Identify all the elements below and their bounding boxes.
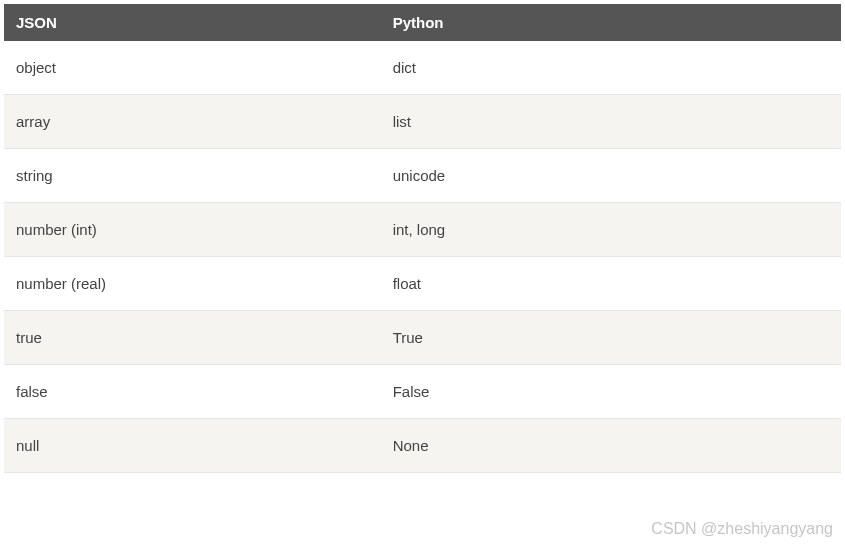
cell-json: true — [4, 311, 381, 365]
table-header: JSON Python — [4, 4, 841, 41]
watermark-text: CSDN @zheshiyangyang — [651, 520, 833, 538]
table-row: number (int) int, long — [4, 203, 841, 257]
cell-python: None — [381, 419, 841, 473]
cell-python: unicode — [381, 149, 841, 203]
cell-python: int, long — [381, 203, 841, 257]
cell-json: object — [4, 41, 381, 95]
type-mapping-table-container: JSON Python object dict array list strin… — [0, 0, 845, 477]
cell-python: False — [381, 365, 841, 419]
table-row: string unicode — [4, 149, 841, 203]
cell-json: number (int) — [4, 203, 381, 257]
cell-json: string — [4, 149, 381, 203]
table-row: false False — [4, 365, 841, 419]
header-python: Python — [381, 4, 841, 41]
cell-python: True — [381, 311, 841, 365]
cell-python: dict — [381, 41, 841, 95]
table-header-row: JSON Python — [4, 4, 841, 41]
type-mapping-table: JSON Python object dict array list strin… — [4, 4, 841, 473]
cell-json: array — [4, 95, 381, 149]
header-json: JSON — [4, 4, 381, 41]
table-row: null None — [4, 419, 841, 473]
cell-python: float — [381, 257, 841, 311]
cell-json: false — [4, 365, 381, 419]
table-row: object dict — [4, 41, 841, 95]
table-row: array list — [4, 95, 841, 149]
table-row: number (real) float — [4, 257, 841, 311]
table-row: true True — [4, 311, 841, 365]
table-body: object dict array list string unicode nu… — [4, 41, 841, 473]
cell-json: number (real) — [4, 257, 381, 311]
cell-python: list — [381, 95, 841, 149]
cell-json: null — [4, 419, 381, 473]
